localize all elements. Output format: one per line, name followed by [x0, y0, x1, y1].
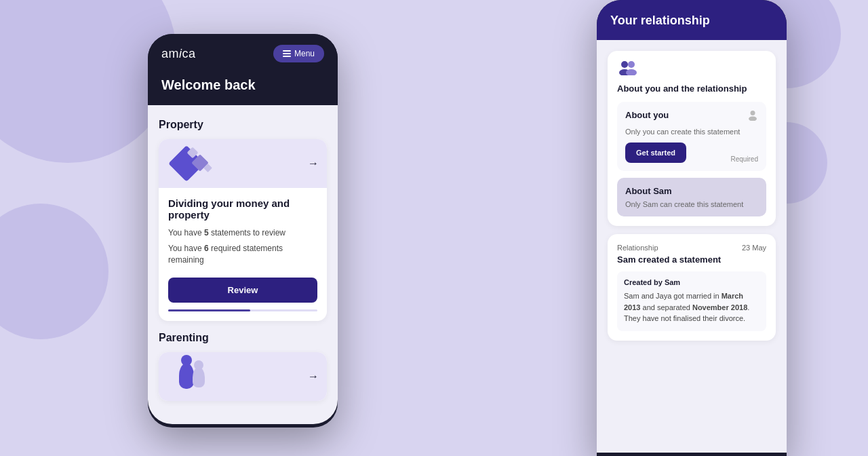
timeline-title: Sam created a statement	[617, 254, 766, 265]
timeline-category: Relationship	[617, 244, 658, 252]
about-sam-desc: Only Sam can create this statement	[625, 200, 758, 208]
svg-point-2	[628, 61, 635, 68]
parenting-arrow-icon: →	[308, 370, 319, 383]
welcome-heading: Welcome back	[148, 72, 338, 105]
required-label: Required	[730, 155, 758, 163]
user-icon	[747, 110, 758, 121]
get-started-button[interactable]: Get started	[625, 142, 686, 163]
timeline-statement: Created by Sam Sam and Jaya got married …	[617, 271, 766, 331]
about-sam-card: About Sam Only Sam can create this state…	[617, 178, 766, 216]
progress-bar	[168, 309, 317, 311]
relationship-section: About you and the relationship About you…	[608, 51, 776, 226]
parenting-image: →	[159, 352, 327, 401]
right-phone-body: About you and the relationship About you…	[597, 40, 787, 453]
menu-button[interactable]: Menu	[273, 45, 324, 62]
hamburger-icon	[283, 50, 291, 57]
property-content: Dividing your money and property You hav…	[159, 188, 327, 321]
people-icon	[617, 60, 637, 75]
left-phone-header: amica Menu	[148, 34, 338, 72]
menu-label: Menu	[294, 49, 315, 58]
right-phone-title: Your relationship	[610, 14, 773, 28]
review-button[interactable]: Review	[168, 278, 317, 303]
parenting-section: Parenting →	[159, 332, 327, 401]
property-stat-2: You have 6 required statements remaining	[168, 243, 317, 266]
about-you-title: About you	[625, 110, 669, 120]
bg-decoration-2	[0, 204, 108, 339]
person-shape-child	[193, 367, 205, 387]
left-phone: amica Menu Welcome back Property → Divid…	[148, 34, 338, 428]
right-phone: Your relationship About you and the rela…	[597, 0, 787, 456]
property-stat-1: You have 5 statements to review	[168, 227, 317, 239]
parenting-section-title: Parenting	[159, 332, 327, 344]
statement-creator: Created by Sam	[624, 278, 760, 286]
svg-point-5	[749, 117, 757, 121]
property-card: → Dividing your money and property You h…	[159, 139, 327, 321]
progress-bar-fill	[168, 309, 250, 311]
right-phone-header: Your relationship	[597, 0, 787, 40]
left-phone-body: Property → Dividing your money and prope…	[148, 105, 338, 424]
about-sam-title: About Sam	[625, 186, 758, 196]
timeline-card: Relationship 23 May Sam created a statem…	[608, 234, 776, 341]
about-you-btn-row: Get started Required	[625, 142, 758, 163]
svg-point-0	[621, 61, 628, 68]
svg-point-4	[751, 111, 755, 115]
about-you-header: About you	[625, 110, 758, 124]
welcome-text: Welcome back	[161, 77, 256, 92]
about-section-subtitle: About you and the relationship	[617, 83, 766, 94]
property-card-title: Dividing your money and property	[168, 197, 317, 221]
people-icon-container	[617, 60, 766, 78]
property-arrow-icon: →	[308, 157, 319, 170]
about-you-desc: Only you can create this statement	[625, 128, 758, 136]
person-single-icon	[747, 110, 758, 124]
about-you-card: About you Only you can create this state…	[617, 102, 766, 171]
person-shape-adult	[179, 363, 194, 389]
property-section-title: Property	[159, 119, 327, 131]
parenting-card: →	[159, 352, 327, 401]
amica-logo: amica	[161, 47, 196, 61]
timeline-header: Relationship 23 May	[617, 244, 766, 252]
timeline-date: 23 May	[742, 244, 766, 252]
property-image: →	[159, 139, 327, 188]
statement-text: Sam and Jaya got married in March 2013 a…	[624, 290, 760, 324]
